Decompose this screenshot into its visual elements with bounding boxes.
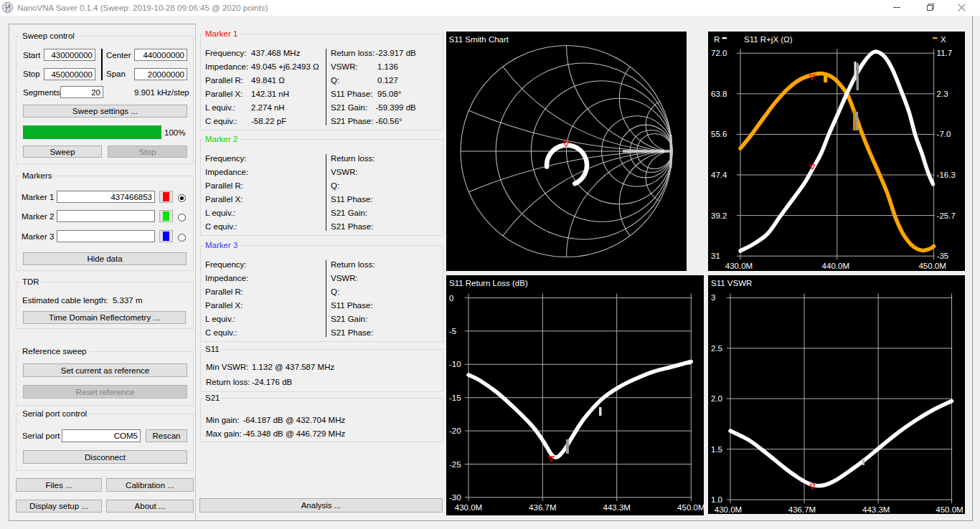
svg-text:2.0: 2.0 [711, 394, 722, 403]
svg-text:-10: -10 [449, 360, 461, 368]
svg-text:72.0: 72.0 [711, 49, 727, 57]
svg-text:450.0M: 450.0M [918, 262, 946, 270]
svg-text:R: R [714, 35, 720, 44]
svg-text:-7.0: -7.0 [937, 130, 951, 138]
svg-text:X: X [941, 35, 946, 44]
svg-text:-25.7: -25.7 [937, 211, 956, 220]
svg-text:450.0M: 450.0M [936, 505, 963, 514]
svg-text:55.6: 55.6 [711, 130, 727, 138]
svg-text:-20: -20 [449, 426, 461, 435]
svg-text:1.5: 1.5 [711, 445, 722, 454]
svg-text:S11 R+jX (Ω): S11 R+jX (Ω) [744, 35, 793, 44]
svg-text:0: 0 [449, 294, 453, 302]
svg-text:1.0: 1.0 [711, 495, 722, 504]
svg-text:-35: -35 [937, 252, 949, 260]
svg-text:47.4: 47.4 [711, 171, 727, 179]
svg-text:-15: -15 [449, 394, 461, 402]
svg-text:-16.3: -16.3 [937, 171, 956, 179]
svg-text:-25: -25 [449, 460, 461, 469]
svg-text:S11 Smith Chart: S11 Smith Chart [449, 35, 509, 44]
svg-text:3: 3 [711, 293, 715, 302]
svg-text:39.2: 39.2 [711, 211, 727, 220]
svg-text:430.0M: 430.0M [715, 505, 742, 514]
svg-text:436.7M: 436.7M [788, 505, 816, 514]
svg-text:450.0M: 450.0M [677, 503, 704, 512]
svg-text:-30: -30 [449, 493, 461, 502]
svg-text:S11 Return Loss (dB): S11 Return Loss (dB) [449, 279, 528, 287]
svg-text:430.0M: 430.0M [455, 503, 482, 512]
svg-text:63.8: 63.8 [711, 90, 727, 98]
svg-text:11.7: 11.7 [937, 49, 953, 57]
svg-text:436.7M: 436.7M [529, 503, 556, 512]
svg-text:443.3M: 443.3M [862, 505, 890, 514]
svg-text:S11 VSWR: S11 VSWR [711, 279, 752, 287]
svg-text:430.0M: 430.0M [725, 262, 753, 270]
svg-text:-5: -5 [449, 327, 456, 335]
svg-text:2.3: 2.3 [937, 90, 948, 98]
svg-text:2.5: 2.5 [711, 344, 722, 353]
svg-text:440.0M: 440.0M [822, 262, 849, 270]
svg-text:31: 31 [711, 252, 720, 260]
svg-text:443.3M: 443.3M [603, 503, 631, 512]
